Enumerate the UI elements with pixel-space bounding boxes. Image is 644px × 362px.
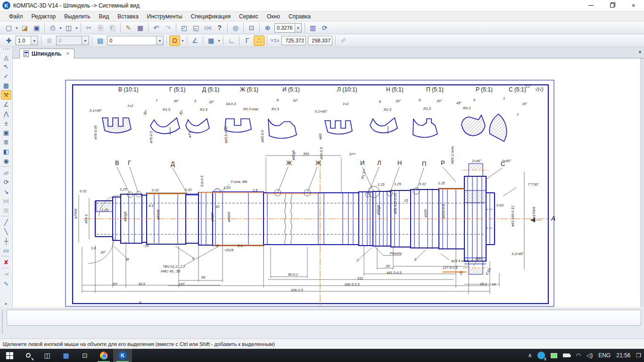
drawing-dimension-text[interactable]: 1.25: [378, 182, 385, 187]
drawing-dimension-text[interactable]: 1.25: [223, 186, 231, 190]
drawing-dimension-text[interactable]: R0.3: [463, 106, 471, 110]
drawing-dimension-text[interactable]: 5.6: [238, 244, 243, 248]
drawing-dimension-text[interactable]: 7°7'30": [528, 182, 539, 187]
drawing-dimension-text[interactable]: 30°: [100, 250, 106, 255]
drawing-dimension-text[interactable]: Резьба: [390, 251, 402, 255]
system-monitor-button[interactable]: ⊡: [75, 349, 94, 362]
menu-Выделить[interactable]: Выделить: [60, 12, 94, 21]
drawing-dimension-text[interactable]: 0.1×45°: [315, 109, 327, 114]
drawing-dimension-text[interactable]: 5: [194, 99, 197, 103]
drawing-dimension-text[interactable]: 936-1.5: [291, 288, 303, 292]
section-view-label[interactable]: П (5:1): [426, 86, 444, 93]
variables-button[interactable]: ◱: [190, 23, 201, 33]
drawing-dimension-text[interactable]: 0.32: [80, 189, 87, 193]
drawing-dimension-text[interactable]: ~20: [143, 244, 149, 248]
show-whole-sheet-button[interactable]: ▥: [307, 23, 318, 33]
tab-close-icon[interactable]: ×: [65, 50, 70, 57]
drawing-dimension-text[interactable]: ø100: [423, 209, 428, 217]
drawing-dimension-text[interactable]: ø68h9: [227, 212, 231, 222]
drawing-dimension-text[interactable]: 34-0.3: [226, 102, 236, 106]
drawing-dimension-text[interactable]: 303: [303, 152, 309, 156]
drawing-dimension-text[interactable]: 2: [516, 112, 519, 116]
menu-Файл[interactable]: Файл: [5, 12, 27, 21]
drawing-dimension-text[interactable]: 441.5-0.5: [387, 271, 402, 275]
drawing-dimension-text[interactable]: ø78-0.05: [93, 125, 98, 140]
print-preview-button[interactable]: ◫: [63, 23, 74, 33]
menu-Вставка[interactable]: Вставка: [113, 12, 143, 21]
drawing-dimension-text[interactable]: 127.6-0.5: [443, 265, 458, 270]
language-indicator[interactable]: ENG: [595, 349, 613, 362]
drawing-dimension-text[interactable]: 1×2: [127, 104, 134, 108]
tray-volume[interactable]: ◁): [584, 349, 595, 362]
drawing-dimension-text[interactable]: 30°: [293, 99, 298, 103]
callout-letter[interactable]: Л: [377, 159, 381, 166]
drawing-dimension-text[interactable]: ø102-0.8: [441, 204, 446, 218]
store-button[interactable]: ▦: [57, 349, 75, 362]
drawing-dimension-text[interactable]: ø98.425-0.05: [393, 193, 397, 214]
callout-letter[interactable]: Г: [128, 159, 131, 166]
drawing-dimension-text[interactable]: ø60f7: [210, 212, 215, 222]
new-document-button[interactable]: ▢: [3, 23, 14, 33]
copy-button[interactable]: ⎘: [95, 23, 106, 33]
drawing-dimension-text[interactable]: R1.5: [384, 107, 392, 112]
drawing-dimension-text[interactable]: ø75h6: [74, 208, 78, 219]
angle-snap-button[interactable]: ∠: [190, 35, 200, 46]
tray-battery[interactable]: [560, 349, 573, 362]
drawing-dimension-text[interactable]: 30°: [142, 109, 149, 116]
drawing-dimension-text[interactable]: 30°: [437, 99, 442, 103]
tab-shpindel[interactable]: Шпиндель ×: [19, 49, 74, 58]
spec-tool-button[interactable]: ±: [1, 118, 11, 128]
drawing-dimension-text[interactable]: 0.1×45°: [90, 108, 102, 113]
drawing-dimension-text[interactable]: А: [551, 214, 555, 222]
print-button[interactable]: ⎙: [47, 23, 58, 33]
section-view-label[interactable]: И (5:1): [282, 86, 300, 93]
drawing-dimension-text[interactable]: ø89: [318, 133, 322, 140]
spline-edit-button[interactable]: ∿: [1, 279, 11, 288]
break-curve-button[interactable]: ┼: [1, 236, 11, 246]
current-layer-combo[interactable]: 0▼: [107, 36, 164, 45]
drawing-dimension-text[interactable]: 80-0.2: [288, 272, 298, 277]
clock[interactable]: 21:56: [613, 349, 633, 362]
cursor-step-button[interactable]: ✚: [3, 35, 14, 46]
contour-tool-button[interactable]: ▭: [1, 246, 11, 255]
drawing-dimension-text[interactable]: ø73: [188, 131, 192, 138]
dropdown-arrow-icon[interactable]: ▼: [181, 35, 185, 46]
drawing-dimension-text[interactable]: ø54-1: [84, 214, 88, 223]
zoom-scale-combo[interactable]: 0.3276▼: [274, 23, 302, 33]
tray-display[interactable]: [548, 349, 560, 362]
drawing-dimension-text[interactable]: 30*: [112, 282, 118, 286]
drawing-dimension-text[interactable]: ТВЧ h1,2...2,2: [163, 264, 186, 269]
drawing-dimension-text[interactable]: 8: [379, 99, 381, 104]
drawing-canvas[interactable]: В (10:1)Г (5:1)Д (5:1)Ж (5:1)И (5:1)Л (1…: [13, 58, 640, 307]
drawing-dimension-text[interactable]: HRC 45...55: [161, 269, 181, 273]
drawing-dimension-text[interactable]: R0.3 max: [243, 107, 258, 111]
drawing-dimension-text[interactable]: 28: [385, 264, 390, 268]
rotate-object-button[interactable]: ⟳: [1, 177, 11, 187]
section-view-label[interactable]: Ж (5:1): [240, 86, 258, 93]
drawing-dimension-text[interactable]: ø85g6: [291, 150, 296, 160]
zoom-in-out-button[interactable]: ⊕: [262, 23, 273, 33]
drawing-dimension-text[interactable]: 100°: [475, 256, 483, 261]
drawing-dimension-text[interactable]: 1×45°: [472, 159, 481, 163]
drawing-dimension-text[interactable]: 3,2: [525, 84, 530, 89]
drawing-dimension-text[interactable]: А: [138, 300, 141, 305]
menu-Справка[interactable]: Справка: [284, 12, 315, 21]
drawing-dimension-text[interactable]: Е: [414, 257, 417, 262]
save-document-button[interactable]: ▣: [31, 23, 42, 33]
zoom-area-button[interactable]: ⊡: [246, 23, 257, 33]
drawing-dimension-text[interactable]: 5***: [349, 152, 356, 156]
delete-object-button[interactable]: ✘: [1, 257, 11, 267]
ortho-mode-button[interactable]: Г: [242, 35, 253, 46]
designations-tool-button[interactable]: ✓: [1, 71, 11, 81]
menu-Инструменты[interactable]: Инструменты: [143, 12, 187, 21]
copy-object-button[interactable]: ▱: [1, 168, 11, 177]
drawing-dimension-text[interactable]: ø96g6: [376, 205, 380, 215]
search-button[interactable]: [19, 349, 38, 362]
drawing-dimension-text[interactable]: М20 2 отв.: [450, 146, 454, 164]
property-bar-grip[interactable]: [2, 310, 5, 334]
tray-messenger[interactable]: [535, 349, 548, 362]
tab-overflow-icon[interactable]: ▼: [638, 50, 642, 55]
callout-letter[interactable]: С: [501, 160, 505, 167]
menu-Сервис[interactable]: Сервис: [235, 12, 263, 21]
drawing-dimension-text[interactable]: М: [126, 257, 129, 262]
